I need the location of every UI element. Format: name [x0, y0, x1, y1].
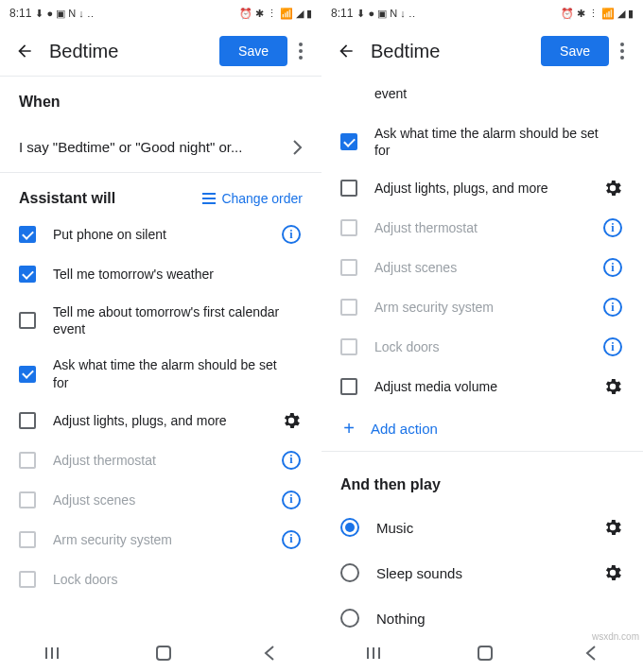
assistant-title: Assistant will — [19, 190, 202, 207]
action-row: Ask what time the alarm should be set fo… — [0, 347, 322, 400]
overflow-menu[interactable] — [609, 35, 635, 67]
checkbox[interactable] — [340, 378, 357, 395]
checkbox[interactable] — [19, 491, 36, 508]
add-action-button[interactable]: + Add action — [322, 406, 643, 451]
system-nav — [0, 634, 322, 672]
nav-back[interactable] — [263, 645, 276, 662]
change-order-button[interactable]: Change order — [202, 191, 303, 206]
left-screen: 8:11 ⬇ ● ▣ N ↓ ‥ ⏰ ✱ ⋮ 📶 ◢ ▮ Bedtime Sav… — [0, 0, 322, 672]
action-row: Lock doors — [0, 560, 322, 599]
gear-icon[interactable] — [601, 562, 624, 583]
info-button[interactable]: i — [601, 218, 624, 237]
info-icon[interactable]: i — [282, 451, 301, 470]
nav-back[interactable] — [584, 645, 598, 662]
svg-point-2 — [299, 56, 303, 60]
reorder-icon — [202, 193, 216, 204]
info-icon[interactable]: i — [282, 491, 301, 509]
info-button[interactable]: i — [601, 337, 624, 356]
info-icon[interactable]: i — [603, 258, 622, 277]
checkbox[interactable] — [340, 180, 357, 197]
content-left: When I say "Bedtime" or "Good night" or.… — [0, 77, 322, 635]
radio-button[interactable] — [340, 518, 359, 537]
assistant-header: Assistant will Change order — [0, 173, 322, 215]
gear-icon[interactable] — [601, 376, 624, 397]
plus-icon: + — [340, 418, 357, 439]
info-icon[interactable]: i — [603, 337, 622, 356]
status-icons-right: ⏰ ✱ ⋮ 📶 ◢ ▮ — [561, 8, 634, 20]
status-bar: 8:11 ⬇ ● ▣ N ↓ ‥ ⏰ ✱ ⋮ 📶 ◢ ▮ — [0, 0, 322, 26]
action-label: Lock doors — [53, 571, 280, 588]
action-label: Ask what time the alarm should be set fo… — [53, 356, 280, 390]
checkbox[interactable] — [340, 259, 357, 276]
action-row: Arm security systemi — [0, 520, 322, 560]
action-row: Tell me about tomorrow's first calendar … — [0, 294, 322, 347]
info-icon[interactable]: i — [603, 218, 622, 237]
action-label: Ask what time the alarm should be set fo… — [374, 125, 601, 159]
play-option-row: Music — [322, 505, 643, 550]
action-row: Adjust thermostati — [0, 440, 322, 480]
info-button[interactable]: i — [280, 451, 303, 470]
when-title: When — [0, 77, 322, 122]
action-label: Put phone on silent — [53, 226, 280, 243]
action-label: Adjust media volume — [374, 378, 601, 395]
back-button[interactable] — [8, 34, 42, 68]
checkbox[interactable] — [340, 299, 357, 316]
info-icon[interactable]: i — [282, 225, 301, 244]
info-button[interactable]: i — [280, 491, 303, 509]
radio-button[interactable] — [340, 563, 359, 582]
checkbox[interactable] — [19, 412, 36, 429]
info-button[interactable]: i — [601, 298, 624, 317]
checkbox[interactable] — [19, 266, 36, 283]
action-label: Arm security system — [374, 299, 601, 316]
action-row: Adjust scenesi — [0, 480, 322, 520]
action-row: Adjust thermostati — [322, 208, 643, 248]
info-icon[interactable]: i — [603, 298, 622, 317]
checkbox[interactable] — [340, 133, 357, 150]
nav-recents[interactable] — [367, 646, 386, 660]
checkbox[interactable] — [340, 219, 357, 236]
nav-home[interactable] — [477, 645, 494, 662]
checkbox[interactable] — [19, 312, 36, 329]
action-label: Arm security system — [53, 531, 280, 548]
action-label: Adjust scenes — [374, 259, 601, 276]
info-button[interactable]: i — [280, 225, 303, 244]
gear-icon[interactable] — [280, 410, 303, 431]
gear-icon[interactable] — [601, 517, 624, 538]
save-button[interactable]: Save — [219, 36, 287, 66]
checkbox[interactable] — [340, 338, 357, 355]
checkbox[interactable] — [19, 226, 36, 243]
checkbox[interactable] — [19, 571, 36, 588]
page-title: Bedtime — [49, 41, 118, 62]
checkbox[interactable] — [19, 366, 36, 383]
status-time: 8:11 — [9, 7, 31, 20]
gear-icon[interactable] — [601, 178, 624, 198]
content-right: event Ask what time the alarm should be … — [322, 76, 643, 634]
nav-recents[interactable] — [45, 646, 64, 660]
nav-home[interactable] — [155, 645, 172, 662]
action-row: Put phone on silenti — [0, 215, 322, 254]
save-button[interactable]: Save — [541, 36, 609, 66]
overflow-menu[interactable] — [287, 35, 314, 67]
info-button[interactable]: i — [601, 258, 624, 277]
info-button[interactable]: i — [280, 530, 303, 549]
status-icons-left: ⬇ ● ▣ N ↓ ‥ — [356, 8, 414, 20]
checkbox[interactable] — [19, 452, 36, 469]
play-section-title: And then play — [322, 452, 643, 505]
add-action-label: Add action — [371, 421, 438, 437]
svg-point-0 — [299, 43, 303, 46]
svg-rect-7 — [478, 646, 492, 660]
action-label: Adjust scenes — [53, 491, 280, 508]
play-option-label: Music — [376, 520, 601, 536]
action-label: Tell me about tomorrow's first calendar … — [53, 303, 280, 337]
svg-rect-3 — [157, 646, 170, 660]
trigger-row[interactable]: I say "Bedtime" or "Good night" or... — [0, 122, 322, 172]
radio-button[interactable] — [340, 609, 359, 628]
page-title: Bedtime — [371, 41, 440, 62]
info-icon[interactable]: i — [282, 530, 301, 549]
checkbox[interactable] — [19, 531, 36, 548]
chevron-right-icon — [293, 140, 303, 155]
back-button[interactable] — [329, 34, 363, 68]
action-row: Ask what time the alarm should be set fo… — [322, 115, 643, 168]
action-label: Tell me tomorrow's weather — [53, 266, 280, 283]
action-label: Adjust lights, plugs, and more — [374, 180, 601, 197]
